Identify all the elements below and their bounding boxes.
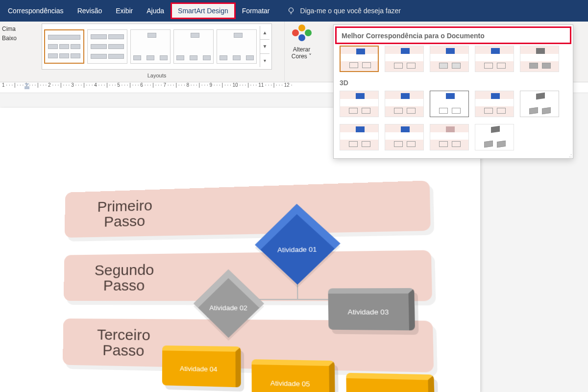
layout-scroll-up[interactable]: ▲ — [260, 26, 270, 40]
resize-grip-icon[interactable]: .: — [569, 153, 572, 158]
step2-label: Segundo Passo — [87, 262, 161, 294]
tab-ajuda[interactable]: Ajuda — [140, 3, 171, 19]
style-bestmatch-3[interactable] — [430, 46, 469, 72]
tell-me-label: Diga-me o que você deseja fazer — [300, 7, 401, 15]
svg-rect-2 — [24, 86, 29, 89]
style-3d-7[interactable] — [385, 124, 424, 150]
node-atividade-03[interactable]: Atividade 03 — [328, 288, 415, 330]
style-3d-1[interactable] — [340, 91, 379, 117]
move-down-label[interactable]: Baixo — [2, 34, 27, 43]
layouts-section: ▲ ▼ ▾ Layouts — [29, 22, 284, 82]
style-3d-5[interactable] — [520, 91, 559, 117]
svg-point-0 — [289, 8, 293, 12]
tab-revisao[interactable]: Revisão — [71, 3, 109, 19]
change-colors-label: AlterarCores ˅ — [292, 46, 312, 60]
layout-thumb-2[interactable] — [87, 29, 127, 64]
node-atividade-05[interactable]: Atividade 05 — [251, 359, 335, 392]
tell-me-search[interactable]: Diga-me o que você deseja fazer — [277, 6, 401, 15]
style-bestmatch-2[interactable] — [385, 46, 424, 72]
smartart-graphic[interactable]: Primeiro Passo Segundo Passo Terceiro Pa… — [62, 180, 441, 392]
tab-smartart-design[interactable]: SmartArt Design — [171, 3, 235, 19]
step1-label: Primeiro Passo — [88, 197, 162, 230]
ribbon-tabs: Correspondências Revisão Exibir Ajuda Sm… — [0, 0, 588, 22]
indent-marker-icon[interactable] — [24, 83, 29, 89]
layout-more[interactable]: ▾ — [260, 54, 270, 67]
styles-bestmatch-row — [334, 44, 573, 77]
style-bestmatch-5[interactable] — [520, 46, 559, 72]
style-3d-3[interactable] — [430, 91, 469, 117]
style-3d-4[interactable] — [475, 91, 514, 117]
node-atividade-04[interactable]: Atividade 04 — [162, 345, 241, 387]
layout-scroll-down[interactable]: ▼ — [260, 40, 270, 53]
tab-formatar[interactable]: Formatar — [235, 3, 277, 19]
tab-correspondencias[interactable]: Correspondências — [1, 3, 71, 19]
lightbulb-icon — [287, 6, 295, 15]
layouts-gallery: ▲ ▼ ▾ — [42, 24, 272, 70]
styles-3d-row2 — [334, 122, 573, 155]
style-bestmatch-1[interactable] — [340, 46, 379, 72]
step3-label: Terceiro Passo — [86, 326, 161, 359]
change-colors-button[interactable]: AlterarCores ˅ — [284, 22, 318, 82]
styles-header-3d: 3D — [334, 77, 573, 89]
layout-thumb-3[interactable] — [130, 29, 171, 64]
svg-marker-1 — [24, 83, 29, 86]
ruler-ticks: 1 · · · | · · · 1 · · · | · · · 2 · · · … — [2, 82, 292, 88]
styles-header-best-match: Melhor Correspondência para o Documento — [336, 27, 571, 44]
tab-exibir[interactable]: Exibir — [109, 3, 140, 19]
layouts-label: Layouts — [147, 73, 167, 78]
layout-thumb-1[interactable] — [44, 29, 84, 64]
style-bestmatch-4[interactable] — [475, 46, 514, 72]
move-up-label[interactable]: Cima — [2, 24, 27, 34]
change-colors-icon — [292, 24, 312, 44]
styles-3d-row1 — [334, 89, 573, 122]
step-band-1[interactable]: Primeiro Passo — [65, 180, 431, 238]
style-3d-2[interactable] — [385, 91, 424, 117]
layout-thumb-5[interactable] — [217, 29, 257, 64]
style-3d-9[interactable] — [475, 124, 514, 150]
style-3d-8[interactable] — [430, 124, 469, 150]
style-3d-6[interactable] — [340, 124, 379, 150]
smartart-styles-panel: Melhor Correspondência para o Documento … — [333, 24, 573, 159]
create-graphic-group: Cima Baixo — [0, 22, 29, 82]
layout-scroll: ▲ ▼ ▾ — [260, 26, 270, 67]
node-atividade-06[interactable]: Atividade 06 — [346, 373, 435, 392]
layout-thumb-4[interactable] — [173, 29, 214, 64]
